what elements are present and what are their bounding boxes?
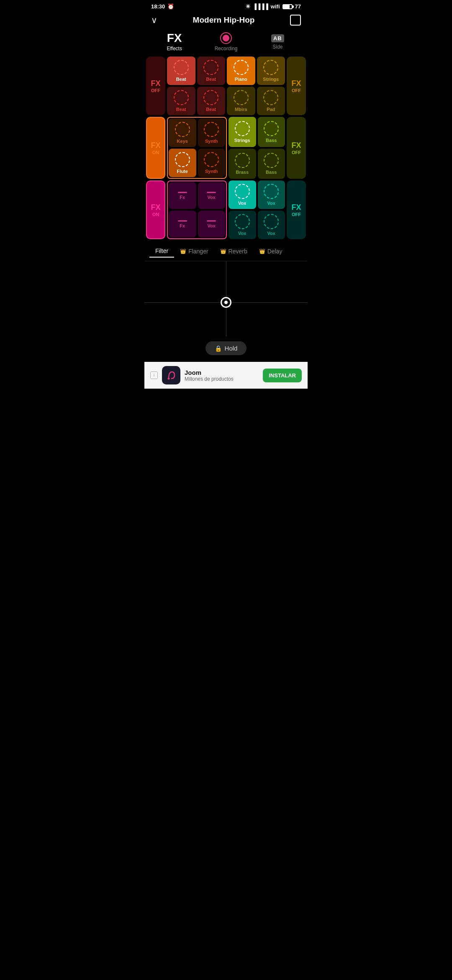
fx-right-label-row2: FX [291,141,301,150]
pad-synth2[interactable]: Synth [198,149,226,177]
strings2-circle [235,121,250,136]
beat1-circle [174,60,189,75]
fx1-label: Fx [180,195,185,200]
pad-beat3[interactable]: Beat [167,87,195,115]
fx-label-row1: FX [151,79,160,88]
pad-vox4[interactable]: Vox [258,181,285,209]
pad-flute[interactable]: Flute [169,149,196,177]
synth1-label: Synth [205,139,218,144]
pad-vox2[interactable]: Vox [198,211,226,237]
brass-label: Brass [236,170,249,175]
ad-install-button[interactable]: INSTALAR [263,369,302,382]
pad-strings2[interactable]: Strings [229,117,256,147]
pad-beat4[interactable]: Beat [197,87,226,115]
fx-col-row1[interactable]: FX OFF [146,57,165,115]
fx-state-row1: OFF [151,88,160,93]
bass2-label: Bass [266,170,277,175]
pad-vox3[interactable]: Vox [229,181,256,209]
tab-fx-icon: FX [167,32,182,44]
fx-right-row3[interactable]: FX OFF [287,181,306,239]
fx-label-row3: FX [151,203,160,212]
fx-right-row1[interactable]: FX OFF [287,57,306,115]
fx-right-state-row3: OFF [292,212,301,217]
right-pad-grid-row2: Strings Bass Brass Bass [229,117,285,179]
signal-icon: ▐▐▐▐ [253,3,268,10]
vox5-circle [235,214,250,229]
flanger-label: Flanger [188,248,208,255]
tab-effects-label: Effects [167,46,182,52]
pad-fx2[interactable]: Fx [169,211,196,237]
tab-flanger[interactable]: 👑 Flanger [174,245,214,257]
beat1-label: Beat [176,77,186,82]
pad-brass[interactable]: Brass [229,149,256,179]
recording-inner [223,35,229,41]
tab-filter[interactable]: Filter [149,245,174,258]
left-pad-grid-row3: Fx Vox Fx Vox [167,181,227,239]
fx1-dash [178,192,187,193]
bass2-circle [264,153,279,168]
beat4-circle [203,90,218,105]
vox5-label: Vox [238,231,246,236]
fx2-dash [178,220,187,222]
alarm-icon: ⏰ [167,3,174,10]
vox1-label: Vox [208,195,216,200]
fx-right-row2[interactable]: FX OFF [287,117,306,179]
xy-area[interactable] [144,261,308,336]
pad-pad1[interactable]: Pad [257,87,285,115]
pad-beat2[interactable]: Beat [197,57,226,85]
fx-col-row2[interactable]: FX ON [146,117,165,179]
pad-vox6[interactable]: Vox [258,211,285,239]
tab-effects[interactable]: FX Effects [149,32,200,52]
tab-delay[interactable]: 👑 Delay [253,245,288,257]
fx-col-row3[interactable]: FX ON [146,181,165,239]
tab-recording[interactable]: Recording [200,32,252,52]
xy-dot [221,297,231,308]
tab-side[interactable]: AB Side [252,34,303,50]
pad1-label: Pad [267,107,275,112]
flute-label: Flute [177,169,188,174]
pad-keys[interactable]: Keys [169,119,196,147]
ad-text-block: Joom Millones de productos [185,369,259,382]
bluetooth-icon: ✳ [246,3,250,10]
vox1-dash [207,192,216,193]
page-title: Modern Hip-Hop [193,15,255,25]
mbira-label: Mbira [235,107,247,112]
ad-privacy-label: i [154,373,154,377]
fx-right-state-row2: OFF [292,150,301,155]
vox4-circle [264,184,279,199]
battery-pct: 77 [295,3,301,10]
pad-beat1[interactable]: Beat [167,57,195,85]
ad-logo-svg [165,369,177,381]
flute-circle [175,152,190,167]
pad-bass2[interactable]: Bass [258,149,285,179]
header-square-btn[interactable] [290,15,301,26]
pad-row-3: FX ON Fx Vox Fx Vox [146,181,306,239]
pad-row-1: FX OFF Beat Beat Beat Beat [146,57,306,115]
pad-bass1[interactable]: Bass [258,117,285,147]
pad-vox5[interactable]: Vox [229,211,256,239]
tab-bar: FX Effects Recording AB Side [144,31,308,57]
ad-privacy-icon: i [150,371,158,379]
fx2-label: Fx [180,223,185,228]
back-chevron[interactable]: ∨ [151,15,157,25]
left-pad-grid-row1: Beat Beat Beat Beat [167,57,225,115]
pad-fx1[interactable]: Fx [169,182,196,209]
keys-circle [175,122,190,137]
hold-button[interactable]: 🔒 Hold [205,341,247,355]
time: 18:30 [151,3,165,10]
tab-reverb[interactable]: 👑 Reverb [214,245,253,257]
bass1-circle [264,121,279,136]
pad-synth1[interactable]: Synth [198,119,226,147]
vox6-label: Vox [267,231,275,236]
ab-label: AB [271,34,284,42]
svg-point-0 [168,378,170,380]
piano-circle [234,60,249,75]
fx-state-row2: ON [152,150,159,155]
reverb-label: Reverb [229,248,247,255]
pad-strings1[interactable]: Strings [257,57,285,85]
pad-piano[interactable]: Piano [227,57,255,85]
pad-mbira[interactable]: Mbira [227,87,255,115]
brass-circle [235,153,250,168]
pad-vox1[interactable]: Vox [198,182,226,209]
delay-label: Delay [267,248,282,255]
